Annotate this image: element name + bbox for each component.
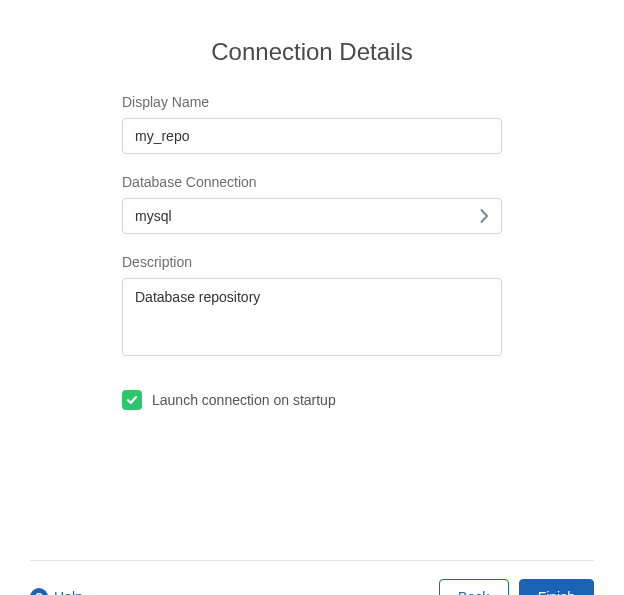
- footer-buttons: Back Finish: [439, 579, 594, 595]
- display-name-input[interactable]: [122, 118, 502, 154]
- form-area: Display Name Database Connection mysql D…: [122, 94, 502, 410]
- database-connection-group: Database Connection mysql: [122, 174, 502, 234]
- finish-button[interactable]: Finish: [519, 579, 594, 595]
- page-title: Connection Details: [30, 38, 594, 66]
- launch-on-startup-row: Launch connection on startup: [122, 390, 502, 410]
- database-connection-value: mysql: [135, 208, 172, 224]
- help-icon: ?: [30, 588, 48, 595]
- database-connection-select[interactable]: mysql: [122, 198, 502, 234]
- launch-on-startup-checkbox[interactable]: [122, 390, 142, 410]
- connection-details-dialog: Connection Details Display Name Database…: [0, 38, 624, 595]
- chevron-right-icon: [480, 209, 489, 223]
- footer-row: ? Help Back Finish: [30, 579, 594, 595]
- display-name-label: Display Name: [122, 94, 502, 110]
- description-input[interactable]: [122, 278, 502, 356]
- help-link[interactable]: ? Help: [30, 588, 83, 595]
- footer-divider: [30, 560, 594, 561]
- description-label: Description: [122, 254, 502, 270]
- launch-on-startup-label: Launch connection on startup: [152, 392, 336, 408]
- back-button[interactable]: Back: [439, 579, 509, 595]
- display-name-group: Display Name: [122, 94, 502, 154]
- database-connection-label: Database Connection: [122, 174, 502, 190]
- footer: ? Help Back Finish: [30, 560, 594, 595]
- description-group: Description: [122, 254, 502, 360]
- help-label: Help: [54, 589, 83, 595]
